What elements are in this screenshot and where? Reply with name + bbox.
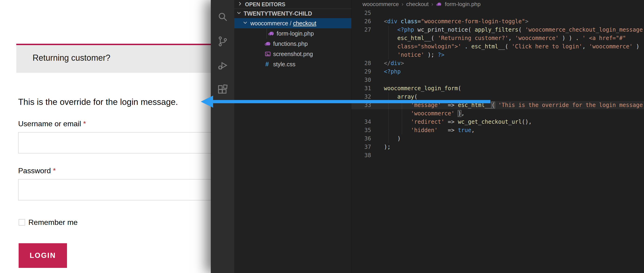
explorer-sidebar: OPEN EDITORS TWENTYTWENTY-CHILD woocomme… <box>234 0 351 273</box>
breadcrumb-separator: › <box>402 1 404 7</box>
remember-me-checkbox[interactable] <box>18 219 25 226</box>
css-icon: # <box>264 61 270 68</box>
code-line[interactable]: 36 ) <box>351 134 644 143</box>
php-icon <box>268 30 275 37</box>
sidebar-item-woocommerce-checkout[interactable]: woocommerce / checkout <box>234 18 351 28</box>
line-number: 38 <box>351 151 371 160</box>
code-line[interactable]: 37); <box>351 143 644 151</box>
code-line[interactable]: 31woocommerce_login_form( <box>351 84 644 93</box>
breadcrumb-item[interactable]: form-login.php <box>445 1 480 7</box>
code-line[interactable]: 33 'message' => esc_html__( 'This is the… <box>351 101 644 109</box>
notice-title: Returning customer? <box>32 53 110 63</box>
code-editor[interactable]: woocommerce › checkout › form-login.php … <box>351 0 644 273</box>
chevron-down-icon <box>236 10 242 17</box>
line-number: 34 <box>351 118 371 126</box>
login-override-message: This is the override for the login messa… <box>18 97 178 107</box>
breadcrumb-item[interactable]: checkout <box>406 1 428 7</box>
line-number: 32 <box>351 93 371 101</box>
line-number: 36 <box>351 134 371 143</box>
source-control-icon[interactable] <box>217 35 228 47</box>
code-line[interactable]: esc_html__( 'Returning customer?', 'wooc… <box>351 34 644 42</box>
code-line[interactable]: 28</div> <box>351 59 644 67</box>
code-line[interactable]: 32 array( <box>351 93 644 101</box>
code-line[interactable]: 'notice' ); ?> <box>351 51 644 59</box>
required-asterisk: * <box>83 120 86 128</box>
code-line[interactable]: class="showlogin">' . esc_html__( 'Click… <box>351 42 644 51</box>
code-line[interactable]: 'woocommerce' ), <box>351 109 644 118</box>
code-line[interactable]: 26<div class="woocommerce-form-login-tog… <box>351 17 644 25</box>
password-label: Password * <box>18 167 56 175</box>
line-number: 27 <box>351 25 371 34</box>
php-icon <box>436 1 442 7</box>
sidebar-item-functions-php[interactable]: functions.php <box>234 39 351 49</box>
login-button[interactable]: LOGIN <box>18 243 67 268</box>
sidebar-item-style-css[interactable]: # style.css <box>234 59 351 69</box>
code-line[interactable]: 35 'hidden' => true, <box>351 126 644 134</box>
activity-bar <box>211 0 234 273</box>
line-number: 35 <box>351 126 371 134</box>
remember-me-label: Remember me <box>28 218 78 227</box>
line-number <box>351 51 371 59</box>
line-number: 29 <box>351 67 371 76</box>
code-line[interactable]: 27 <?php wc_print_notice( apply_filters(… <box>351 25 644 34</box>
sidebar-item-screenshot-png[interactable]: screenshot.png <box>234 49 351 59</box>
line-number: 28 <box>351 59 371 67</box>
line-number: 33 <box>351 101 371 109</box>
screenshot-stage: Returning customer? This is the override… <box>0 0 644 273</box>
line-number: 30 <box>351 76 371 84</box>
vscode-window: OPEN EDITORS TWENTYTWENTY-CHILD woocomme… <box>211 0 644 273</box>
line-number: 26 <box>351 17 371 25</box>
workspace-header[interactable]: TWENTYTWENTY-CHILD <box>234 9 351 18</box>
code-line[interactable]: 34 'redirect' => wc_get_checkout_url(), <box>351 118 644 126</box>
line-number <box>351 34 371 42</box>
line-number: 37 <box>351 143 371 151</box>
chevron-right-icon <box>237 1 243 8</box>
code-line[interactable]: 38 <box>351 151 644 160</box>
code-line[interactable]: 29<?php <box>351 67 644 76</box>
php-icon <box>264 40 271 47</box>
open-editors-header[interactable]: OPEN EDITORS <box>234 0 351 9</box>
code-lines[interactable]: 2526<div class="woocommerce-form-login-t… <box>351 9 644 160</box>
run-debug-icon[interactable] <box>217 59 228 71</box>
breadcrumb-separator: › <box>431 1 433 7</box>
code-line[interactable]: 25 <box>351 9 644 17</box>
breadcrumb-item[interactable]: woocommerce <box>362 1 399 7</box>
line-number <box>351 42 371 51</box>
username-label: Username or email * <box>18 120 86 128</box>
required-asterisk: * <box>53 167 56 175</box>
line-number: 31 <box>351 84 371 93</box>
line-number: 25 <box>351 9 371 17</box>
chevron-down-icon <box>242 20 248 27</box>
sidebar-item-form-login-php[interactable]: form-login.php <box>234 28 351 39</box>
line-number <box>351 109 371 118</box>
breadcrumb: woocommerce › checkout › form-login.php <box>351 0 644 8</box>
code-line[interactable]: 30 <box>351 76 644 84</box>
extensions-icon[interactable] <box>217 84 228 96</box>
image-icon <box>264 50 271 57</box>
search-icon[interactable] <box>217 11 228 22</box>
